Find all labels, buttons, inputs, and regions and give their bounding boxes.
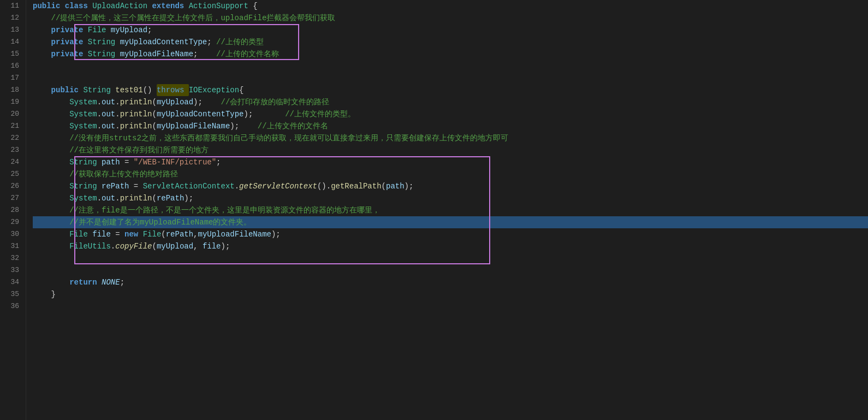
line-number: 27 [0,192,19,204]
token: ( [382,180,386,192]
token: //提供三个属性，这三个属性在提交上传文件后，uploadFile拦截器会帮我们… [33,12,335,24]
token [33,96,69,108]
line-number: 15 [0,48,19,60]
token [33,276,69,288]
token: //会打印存放的临时文件的路径 [203,96,329,108]
token: ; [147,24,152,36]
token: ; [193,48,198,60]
token: System [69,120,97,132]
token: test01 [115,84,142,96]
line-numbers: 1112131415161718192021222324252627282930… [0,0,26,420]
token: () [143,84,157,96]
token: ); [244,108,253,120]
line-number: 32 [0,252,19,264]
code-line: System.out.println(myUpload); //会打印存放的临时… [33,96,868,108]
token: . [97,120,102,132]
token: myUploadFileName [120,48,193,60]
token: out [102,108,115,120]
code-content[interactable]: public class UploadAction extends Action… [26,0,868,420]
token: ); [271,228,281,240]
line-number: 18 [0,84,19,96]
token: myUploadFileName [157,120,230,132]
line-number: 31 [0,240,19,252]
token: File [69,228,92,240]
token: IOException [189,84,239,96]
token: println [120,192,152,204]
code-line: String path = "/WEB-INF/pictrue"; [33,156,868,168]
line-number: 17 [0,72,19,84]
token: //注意，file是一个路径，不是一个文件夹，这里是申明装资源文件的容器的地方在… [33,204,380,216]
line-number: 35 [0,288,19,300]
token: { [248,0,258,12]
code-line: File file = new File(rePath,myUploadFile… [33,228,868,240]
line-number: 26 [0,180,19,192]
token: ActionSupport [189,0,248,12]
line-number: 33 [0,264,19,276]
token: extends [152,0,188,12]
token: "/WEB-INF/pictrue" [134,156,216,168]
code-line: public String test01() throws IOExceptio… [33,84,868,96]
token: ); [230,120,239,132]
token: . [97,96,102,108]
token: . [97,108,102,120]
code-line [33,264,868,276]
line-number: 36 [0,300,19,312]
code-line [33,72,868,84]
token: //没有使用struts2之前，这些东西都需要我们自己手动的获取，现在就可以直接… [33,132,508,144]
token: throws [157,84,189,96]
token [33,192,69,204]
code-line [33,252,868,264]
token: file [203,240,221,252]
token: ; [216,156,221,168]
token: System [69,192,97,204]
token: out [102,192,115,204]
code-line: System.out.println(myUploadFileName); //… [33,120,868,132]
line-number: 12 [0,12,19,24]
code-line: //获取保存上传文件的绝对路径 [33,168,868,180]
token [33,120,69,132]
token: println [120,120,152,132]
token: //获取保存上传文件的绝对路径 [33,168,178,180]
code-line: //没有使用struts2之前，这些东西都需要我们自己手动的获取，现在就可以直接… [33,132,868,144]
code-line: private String myUploadFileName; //上传的文件… [33,48,868,60]
code-line: //注意，file是一个路径，不是一个文件夹，这里是申明装资源文件的容器的地方在… [33,204,868,216]
token: . [115,96,120,108]
token: public [33,0,65,12]
token: ); [221,240,230,252]
token [33,180,69,192]
line-number: 23 [0,144,19,156]
code-line: System.out.println(myUploadContentType);… [33,108,868,120]
token: file [92,228,111,240]
token: path [386,180,405,192]
token: //上传文件的类型。 [253,108,355,120]
code-line [33,60,868,72]
token: ); [193,96,203,108]
code-line: //并不是创建了名为myUploadFileName的文件夹。 [33,216,868,228]
line-number: 11 [0,0,19,12]
token: public [51,84,84,96]
token: //上传文件的文件名 [239,120,328,132]
token: myUploadContentType [120,36,207,48]
line-number: 21 [0,120,19,132]
token: . [115,120,120,132]
token: . [235,180,239,192]
token: . [111,240,115,252]
line-number: 25 [0,168,19,180]
token: //并不是创建了名为myUploadFileName的文件夹。 [33,216,251,228]
token: = [120,156,134,168]
token: FileUtils [69,240,111,252]
token: ( [152,192,156,204]
token: myUpload [157,96,193,108]
token: myUploadContentType [157,108,244,120]
code-line: private File myUpload; [33,24,868,36]
token: . [115,192,120,204]
token: out [102,120,115,132]
token: private [51,36,88,48]
token: UploadAction [92,0,152,12]
code-area: 1112131415161718192021222324252627282930… [0,0,868,420]
token: System [69,96,97,108]
token: File [143,228,162,240]
line-number: 30 [0,228,19,240]
token: String [69,156,102,168]
code-line: String rePath = ServletActionContext.get… [33,180,868,192]
